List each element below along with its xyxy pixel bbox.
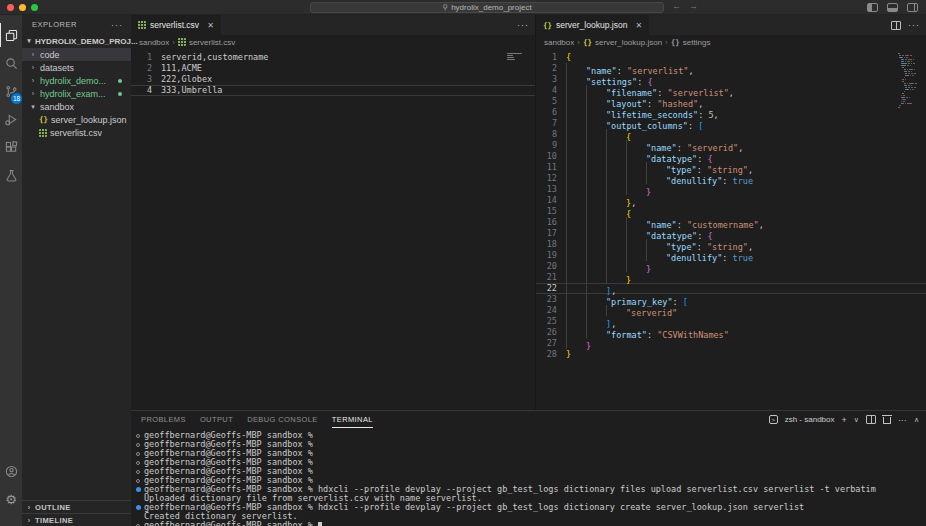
command-decoration-success-icon[interactable] <box>136 487 141 492</box>
chevron-right-icon: › <box>29 51 37 58</box>
command-decoration-idle-icon[interactable] <box>136 434 140 438</box>
kill-terminal-icon[interactable] <box>883 415 891 424</box>
split-terminal-icon[interactable] <box>866 415 876 424</box>
line-number: 23 <box>536 294 566 305</box>
tree-item-label: datasets <box>40 63 74 73</box>
csv-file-icon <box>138 21 146 29</box>
tree-item-datasets[interactable]: ›datasets <box>22 61 131 74</box>
git-untracked-dot <box>118 92 122 96</box>
explorer-icon[interactable] <box>0 23 22 47</box>
editor-more-actions-icon[interactable]: ··· <box>517 20 529 30</box>
indent-guide <box>566 261 586 272</box>
source-control-icon[interactable]: 18 <box>0 79 22 103</box>
breadcrumb-separator: › <box>665 38 668 47</box>
indent-guide <box>586 272 606 283</box>
close-tab-icon[interactable]: ✕ <box>207 21 214 30</box>
panel-tab-debug-console[interactable]: DEBUG CONSOLE <box>247 411 318 428</box>
terminal-dropdown-icon[interactable]: ∨ <box>854 416 859 424</box>
explorer-sidebar: EXPLORER ··· ▾ HYDROLIX_DEMO_PROJ... ›co… <box>22 15 131 526</box>
indent-guide <box>586 184 606 195</box>
minimize-window-button[interactable] <box>19 4 26 11</box>
tree-item-hydrolix-exam[interactable]: ›hydrolix_exam... <box>22 87 131 100</box>
tree-item-serverlist-csv[interactable]: serverlist.csv <box>22 126 131 139</box>
command-decoration-idle-icon[interactable] <box>136 470 140 474</box>
breadcrumb-item[interactable]: sandbox <box>544 38 574 47</box>
toggle-sidebar-icon[interactable] <box>867 3 878 12</box>
terminal-content[interactable]: geoffbernard@Geoffs-MBP sandbox %geoffbe… <box>131 428 926 526</box>
run-debug-icon[interactable] <box>0 107 22 131</box>
command-decoration-success-icon[interactable] <box>136 505 141 510</box>
tab-serverlist-csv[interactable]: serverlist.csv ✕ <box>131 15 221 35</box>
back-icon[interactable]: ← <box>672 1 689 11</box>
close-window-button[interactable] <box>7 4 14 11</box>
indent-guide <box>606 195 626 206</box>
sidebar-section-label: OUTLINE <box>35 503 71 512</box>
minimap-left[interactable] <box>507 52 533 60</box>
json-editor[interactable]: 1{2"name": "serverlist",3"settings": {4"… <box>536 49 926 410</box>
command-decoration-idle-icon[interactable] <box>136 443 140 447</box>
accounts-icon[interactable] <box>0 459 22 483</box>
split-editor-icon[interactable] <box>891 21 901 30</box>
sidebar-section-outline[interactable]: ›OUTLINE <box>22 500 131 513</box>
line-number: 19 <box>536 250 566 261</box>
new-terminal-icon[interactable]: + <box>841 415 846 425</box>
toggle-secondary-sidebar-icon[interactable] <box>907 3 918 12</box>
panel-tab-problems[interactable]: PROBLEMS <box>141 411 186 428</box>
editor-more-actions-icon[interactable]: ··· <box>908 20 920 30</box>
settings-gear-icon[interactable]: ⚙ <box>0 487 22 511</box>
tree-item-server-lookup-json[interactable]: {}server_lookup.json <box>22 113 131 126</box>
tab-server-lookup-json[interactable]: {} server_lookup.json ✕ <box>536 15 649 35</box>
line-text: { <box>566 129 631 140</box>
terminal-instance-label[interactable]: zsh - sandbox <box>785 415 835 424</box>
chevron-right-icon: › <box>25 517 33 524</box>
explorer-more-actions-icon[interactable]: ··· <box>111 20 123 30</box>
testing-icon[interactable] <box>0 163 22 187</box>
breadcrumb-item[interactable]: serverlist.csv <box>189 38 235 47</box>
tree-item-label: server_lookup.json <box>51 115 127 125</box>
close-tab-icon[interactable]: ✕ <box>635 21 642 30</box>
breadcrumb-left[interactable]: sandbox›serverlist.csv <box>131 35 535 49</box>
breadcrumb-item[interactable]: settings <box>683 38 711 47</box>
indent-guide <box>586 217 606 228</box>
indent-guide <box>606 184 626 195</box>
breadcrumb-separator: › <box>577 38 580 47</box>
minimap-right[interactable] <box>898 52 924 108</box>
tree-item-sandbox[interactable]: ▾sandbox <box>22 100 131 113</box>
panel-tab-terminal[interactable]: TERMINAL <box>332 411 373 428</box>
indent-guide <box>606 261 626 272</box>
line-text: "datatype": { <box>566 228 713 239</box>
breadcrumb-item[interactable]: sandbox <box>139 38 169 47</box>
line-text: "denullify": true <box>566 250 753 261</box>
command-decoration-idle-icon[interactable] <box>136 461 140 465</box>
indent-guide <box>586 206 606 217</box>
workspace-root-folder[interactable]: ▾ HYDROLIX_DEMO_PROJ... <box>22 34 131 48</box>
sidebar-section-timeline[interactable]: ›TIMELINE <box>22 513 131 526</box>
command-decoration-idle-icon[interactable] <box>136 452 140 456</box>
code-line: 26"format": "CSVWithNames" <box>536 327 926 338</box>
csv-editor[interactable]: 1serverid,customername2111,ACME3222,Glob… <box>131 49 535 410</box>
tree-item-label: serverlist.csv <box>50 128 102 138</box>
line-text: "primary_key": [ <box>566 294 688 305</box>
command-decoration-idle-icon[interactable] <box>136 479 140 483</box>
terminal-shell-icon: > <box>769 415 778 424</box>
code-line: 2"name": "serverlist", <box>536 63 926 74</box>
panel-more-actions-icon[interactable]: ··· <box>898 415 907 425</box>
command-center-search[interactable]: ⚲ hydrolix_demo_project <box>310 2 664 13</box>
chevron-right-icon: › <box>25 504 33 511</box>
code-line: 11"type": "string", <box>536 162 926 173</box>
breadcrumb-item[interactable]: server_lookup.json <box>595 38 662 47</box>
tree-item-hydrolix-demo[interactable]: ›hydrolix_demo... <box>22 74 131 87</box>
tree-item-code[interactable]: ›code <box>22 48 131 61</box>
tree-item-label: sandbox <box>40 102 74 112</box>
toggle-panel-icon[interactable] <box>887 3 898 12</box>
panel-tab-output[interactable]: OUTPUT <box>200 411 233 428</box>
search-view-icon[interactable] <box>0 51 22 75</box>
extensions-icon[interactable] <box>0 135 22 159</box>
breadcrumb-right[interactable]: sandbox›{}server_lookup.json›{}settings <box>536 35 926 49</box>
indent-guide <box>586 283 606 294</box>
forward-icon[interactable]: → <box>689 1 706 11</box>
line-text: ], <box>566 316 616 327</box>
indent-guide <box>646 239 666 250</box>
maximize-panel-icon[interactable]: ∧ <box>914 416 919 424</box>
zoom-window-button[interactable] <box>31 4 38 11</box>
